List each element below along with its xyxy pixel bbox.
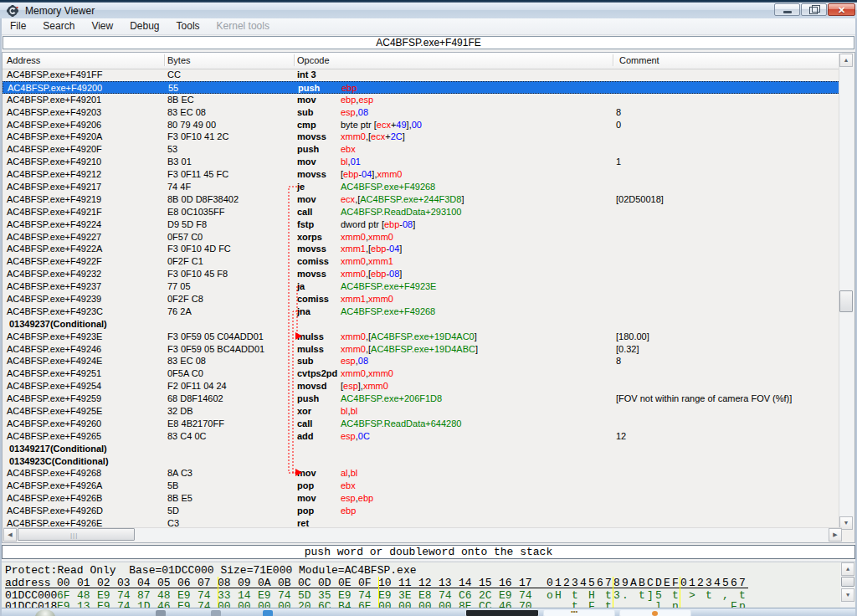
scroll-left-icon[interactable]: ◀: [3, 528, 17, 542]
disasm-row[interactable]: AC4BFSP.exe+F49210B3 01movbl,011: [3, 156, 842, 168]
menu-item-view[interactable]: View: [83, 18, 121, 34]
menu-item-file[interactable]: File: [2, 18, 34, 34]
vscroll-thumb[interactable]: [839, 290, 853, 312]
disasm-label-row[interactable]: 01349217(Conditional): [3, 443, 842, 455]
disasm-horizontal-scrollbar[interactable]: ◀ ||| ▶: [3, 527, 842, 542]
taskbar-icon[interactable]: [156, 610, 166, 616]
disasm-row[interactable]: AC4BFSP.exe+F4923EF3 0F59 05 C04ADD01mul…: [3, 331, 842, 343]
conditional-label: 0134923C(Conditional): [9, 456, 109, 466]
disasm-row[interactable]: AC4BFSP.exe+F4926D5Dpopebp: [3, 505, 842, 517]
restore-button[interactable]: [801, 3, 827, 16]
disasm-row[interactable]: AC4BFSP.exe+F4920680 79 49 00cmpbyte ptr…: [3, 119, 842, 131]
column-separator[interactable]: [164, 54, 165, 66]
taskbar-window-button[interactable]: [465, 609, 539, 616]
scroll-up-icon[interactable]: ▲: [839, 54, 853, 67]
instruction-bytes: 80 79 49 00: [167, 120, 216, 130]
scroll-down-icon[interactable]: ▼: [841, 588, 854, 602]
menu-item-tools[interactable]: Tools: [168, 18, 208, 34]
disasm-row[interactable]: AC4BFSP.exe+F49254F2 0F11 04 24movsd[esp…: [3, 380, 842, 393]
disasm-row[interactable]: AC4BFSP.exe+F49246F3 0F59 05 BC4ADD01mul…: [3, 343, 842, 356]
disasm-row[interactable]: AC4BFSP.exe+F49212F3 0F11 45 FCmovss[ebp…: [3, 168, 842, 181]
column-comment[interactable]: Comment: [619, 55, 659, 65]
menu-item-search[interactable]: Search: [34, 18, 83, 34]
column-bytes[interactable]: Bytes: [167, 55, 191, 65]
disasm-row[interactable]: AC4BFSP.exe+F4922AF3 0F10 4D FCmovssxmm1…: [3, 243, 842, 255]
disasm-row[interactable]: AC4BFSP.exe+F4922F0F2F C1comissxmm0,xmm1: [3, 255, 842, 268]
disasm-row[interactable]: AC4BFSP.exe+F4926B8B E5movesp,ebp: [3, 492, 842, 505]
minimize-button[interactable]: [774, 3, 800, 16]
disasm-row[interactable]: AC4BFSP.exe+F492510F5A C0cvtps2pdxmm0,xm…: [3, 367, 842, 380]
taskbar-window-button[interactable]: •••: [543, 609, 615, 616]
ascii-char: F: [588, 600, 596, 608]
hex-row-address: 01DCC018: [5, 600, 57, 608]
instruction-bytes: F2 0F11 04 24: [167, 381, 227, 391]
instruction-address: AC4BFSP.exe+F49237: [7, 281, 101, 291]
disasm-row[interactable]: AC4BFSP.exe+F4920383 EC 08subesp,088: [3, 106, 842, 119]
hex-byte: 6C: [318, 600, 338, 608]
disasm-row[interactable]: AC4BFSP.exe+F4921FE8 0C1035FFcallAC4BFSP…: [3, 206, 842, 218]
disasm-column-header[interactable]: Address Bytes Opcode Comment: [3, 53, 842, 69]
operand-part: esp: [341, 431, 356, 441]
disasm-row[interactable]: AC4BFSP.exe+F4926583 C4 0Caddesp,0C12: [3, 430, 842, 443]
scroll-right-icon[interactable]: ▶: [829, 528, 842, 542]
disasm-row[interactable]: AC4BFSP.exe+F492018B ECmovebp,esp: [3, 94, 842, 106]
column-separator[interactable]: [613, 54, 613, 66]
disasm-row[interactable]: AC4BFSP.exe+F4920055pushebp: [3, 81, 842, 94]
disasm-row[interactable]: AC4BFSP.exe+F4924E83 EC 08subesp,088: [3, 355, 842, 367]
hex-byte: 74: [358, 589, 378, 601]
hex-col-header: 02: [97, 577, 117, 588]
column-separator[interactable]: [294, 54, 295, 66]
address-input[interactable]: AC4BFSP.exe+F491FE: [3, 36, 854, 49]
hexview-header-row: address000102030405060708090A0B0C0D0E0F1…: [5, 577, 747, 588]
disasm-row[interactable]: AC4BFSP.exe+F4923777 05jaAC4BFSP.exe+F49…: [3, 280, 842, 293]
hex-row[interactable]: 01DCC0006F48E9748748E9743314E9745D35E974…: [5, 589, 747, 601]
disasm-row[interactable]: AC4BFSP.exe+F492198B 0D D8F38402movecx,[…: [3, 193, 842, 206]
ascii-col-header: 3: [571, 577, 579, 588]
hex-byte: E9: [57, 600, 77, 608]
instruction-address: AC4BFSP.exe+F49246: [7, 344, 101, 354]
hex-byte: 74: [278, 589, 298, 601]
hexview-scrollbar[interactable]: ▲ ▼: [840, 562, 854, 608]
title-bar[interactable]: Memory Viewer ✕: [0, 3, 857, 19]
disasm-row[interactable]: AC4BFSP.exe+F4925968 D8F14602pushAC4BFSP…: [3, 393, 842, 405]
disasm-label-row[interactable]: 01349237(Conditional): [3, 318, 842, 331]
scroll-up-icon[interactable]: ▲: [841, 562, 854, 576]
disasm-label-row[interactable]: 0134923C(Conditional): [3, 455, 842, 468]
disasm-row[interactable]: AC4BFSP.exe+F4920AF3 0F10 41 2Cmovssxmm0…: [3, 131, 842, 143]
disasm-row[interactable]: AC4BFSP.exe+F49232F3 0F10 45 F8movssxmm0…: [3, 268, 842, 280]
disasm-row[interactable]: AC4BFSP.exe+F4923C76 2AjnaAC4BFSP.exe+F4…: [3, 305, 842, 318]
disasm-row[interactable]: AC4BFSP.exe+F4925E32 DBxorbl,bl: [3, 405, 842, 418]
start-orb-icon[interactable]: [35, 609, 55, 616]
disasm-vertical-scrollbar[interactable]: ▲ ▼: [839, 54, 854, 530]
disasm-row[interactable]: AC4BFSP.exe+F4926A5Bpopebx: [3, 480, 842, 492]
menu-item-debug[interactable]: Debug: [121, 18, 167, 34]
disasm-row[interactable]: AC4BFSP.exe+F492390F2F C8comissxmm1,xmm0: [3, 293, 842, 305]
disasm-row[interactable]: AC4BFSP.exe+F492270F57 C0xorpsxmm0,xmm0: [3, 231, 842, 244]
hex-row[interactable]: 01DCC018E913E9741D46E97400000000206CB46E…: [5, 600, 747, 608]
instruction-bytes: F3 0F10 4D FC: [167, 244, 231, 254]
taskbar-icon[interactable]: [263, 610, 273, 616]
operand-part: AC4BFSP.exe+206F1D8: [341, 393, 442, 403]
instruction-bytes: 83 EC 08: [167, 356, 206, 366]
windows-taskbar[interactable]: •••: [0, 608, 857, 616]
taskbar-window-button[interactable]: [619, 609, 691, 616]
ascii-char: [629, 589, 638, 601]
close-button[interactable]: ✕: [828, 3, 855, 16]
disasm-row[interactable]: AC4BFSP.exe+F49260E8 4B2170FFcallAC4BFSP…: [3, 418, 842, 430]
ascii-col-header: 5: [588, 577, 596, 588]
taskbar-icon[interactable]: [211, 610, 221, 616]
disasm-row[interactable]: AC4BFSP.exe+F4920F53pushebx: [3, 143, 842, 156]
disasm-row[interactable]: AC4BFSP.exe+F4921774 4FjeAC4BFSP.exe+F49…: [3, 181, 842, 193]
operand-part: bl: [351, 468, 358, 478]
disasm-row[interactable]: AC4BFSP.exe+F49224D9 5D F8fstpdword ptr …: [3, 218, 842, 231]
operand-part: AC4BFSP.exe+19D4ABC: [371, 344, 475, 354]
hscroll-thumb[interactable]: |||: [18, 528, 135, 541]
hexscroll-thumb[interactable]: [841, 577, 854, 587]
instruction-mnemonic: push: [297, 393, 319, 403]
disasm-row[interactable]: AC4BFSP.exe+F492688A C3moval,bl: [3, 467, 842, 480]
column-opcode[interactable]: Opcode: [297, 55, 330, 65]
hexview-panel[interactable]: Protect:Read Only Base=01DCC000 Size=71E…: [2, 562, 855, 608]
column-address[interactable]: Address: [7, 55, 40, 65]
instruction-operands: ebp: [341, 506, 356, 516]
disasm-row[interactable]: AC4BFSP.exe+F491FFCCint 3: [3, 69, 842, 81]
